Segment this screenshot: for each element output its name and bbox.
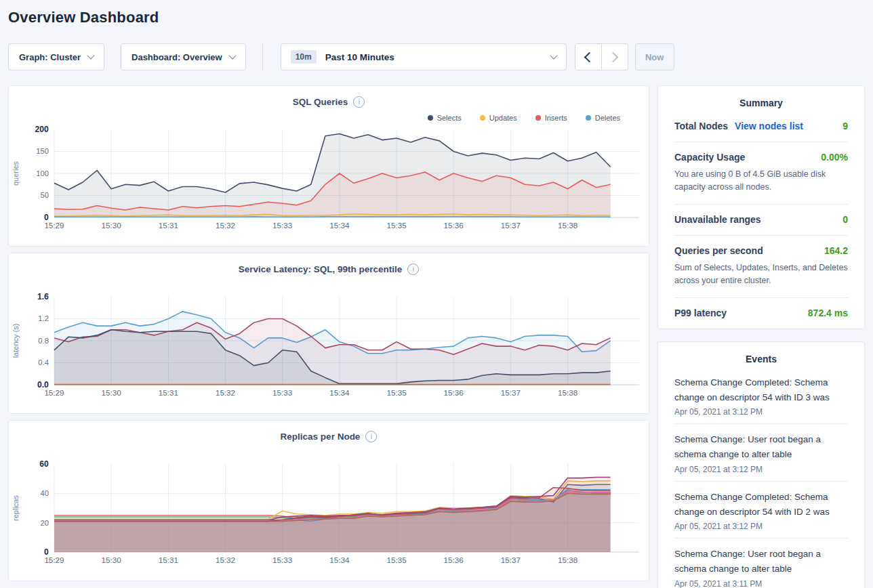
summary-rows: Total NodesView nodes list9Capacity Usag… — [674, 111, 848, 329]
svg-text:15:31: 15:31 — [159, 556, 178, 564]
event-text: Schema Change Completed: Schema change o… — [674, 490, 848, 520]
replicas-per-node-chart-plot[interactable]: 020406015:2915:3015:3115:3215:3315:3415:… — [9, 459, 649, 570]
summary-row: Total NodesView nodes list9 — [674, 111, 848, 142]
legend-label: Inserts — [545, 114, 567, 122]
legend-label: Selects — [437, 114, 462, 122]
graph-dropdown[interactable]: Graph: Cluster — [8, 43, 104, 70]
info-icon[interactable]: i — [407, 264, 419, 275]
svg-text:15:36: 15:36 — [444, 389, 464, 397]
svg-text:replicas: replicas — [12, 495, 20, 521]
summary-row: Queries per second164.2Sum of Selects, U… — [674, 236, 848, 298]
svg-text:15:32: 15:32 — [216, 556, 235, 564]
svg-text:15:38: 15:38 — [558, 222, 577, 230]
svg-text:15:34: 15:34 — [329, 556, 350, 564]
svg-text:50: 50 — [40, 192, 48, 200]
summary-row-label: Unavailable ranges — [674, 214, 761, 225]
info-icon[interactable]: i — [353, 96, 365, 108]
toolbar-divider — [262, 43, 263, 70]
event-item[interactable]: Schema Change Completed: Schema change o… — [674, 367, 848, 425]
svg-text:15:37: 15:37 — [501, 556, 521, 564]
view-nodes-list-link[interactable]: View nodes list — [735, 121, 803, 131]
svg-text:15:34: 15:34 — [329, 222, 350, 230]
chevron-left-icon — [584, 51, 595, 62]
event-item[interactable]: Schema Change Completed: Schema change o… — [674, 482, 848, 539]
svg-text:15:35: 15:35 — [386, 389, 406, 397]
summary-row-value: 9 — [842, 121, 848, 131]
svg-text:0: 0 — [44, 547, 49, 557]
summary-row-head: Queries per second164.2 — [674, 245, 848, 257]
service-latency-chart-plot[interactable]: 0.00.40.81.21.615:2915:3015:3115:3215:33… — [9, 291, 649, 402]
sql-queries-chart-plot[interactable]: 05010015020015:2915:3015:3115:3215:3315:… — [9, 124, 649, 235]
legend-item-updates[interactable]: Updates — [480, 112, 517, 123]
legend-dot — [535, 115, 541, 121]
summary-row-value: 0.00% — [821, 152, 848, 163]
svg-text:15:38: 15:38 — [558, 556, 577, 564]
legend-item-selects[interactable]: Selects — [428, 112, 462, 123]
summary-row: P99 latency872.4 ms — [674, 298, 848, 329]
svg-text:15:33: 15:33 — [272, 556, 292, 564]
events-list: Schema Change Completed: Schema change o… — [674, 367, 848, 588]
svg-text:15:30: 15:30 — [102, 556, 121, 564]
chart-legend: SelectsUpdatesInsertsDeletes — [9, 112, 649, 123]
dashboard-dropdown[interactable]: Dashboard: Overview — [121, 43, 246, 70]
time-range-badge: 10m — [291, 50, 317, 64]
summary-row-caption: Sum of Selects, Updates, Inserts, and De… — [674, 261, 848, 288]
summary-row-head: Capacity Usage0.00% — [674, 151, 848, 163]
svg-text:0.4: 0.4 — [38, 359, 49, 367]
chart-title: SQL Queries — [293, 97, 348, 107]
chart-title: Replicas per Node — [281, 432, 361, 442]
svg-text:15:31: 15:31 — [159, 389, 178, 397]
chart-svg[interactable]: 05010015020015:2915:3015:3115:3215:3315:… — [9, 124, 649, 235]
next-timespan-button[interactable] — [601, 43, 628, 70]
event-item[interactable]: Schema Change: User root began a schema … — [674, 424, 848, 482]
svg-text:0: 0 — [44, 213, 49, 222]
summary-row: Unavailable ranges0 — [674, 205, 848, 236]
summary-row-label-group: Queries per second — [674, 245, 763, 257]
event-text: Schema Change Completed: Schema change o… — [674, 375, 848, 406]
event-text: Schema Change: User root began a schema … — [674, 547, 848, 577]
chart-svg[interactable]: 020406015:2915:3015:3115:3215:3315:3415:… — [9, 459, 649, 570]
svg-text:15:37: 15:37 — [501, 222, 521, 230]
time-step-buttons — [575, 43, 628, 70]
event-timestamp: Apr 05, 2021 at 3:12 PM — [674, 407, 848, 417]
now-button[interactable]: Now — [635, 43, 674, 70]
svg-text:15:32: 15:32 — [216, 389, 235, 397]
legend-item-deletes[interactable]: Deletes — [586, 112, 620, 123]
summary-row-value: 0 — [842, 214, 848, 225]
svg-text:20: 20 — [40, 519, 48, 527]
time-range-selector[interactable]: 10m Past 10 Minutes — [281, 43, 567, 70]
chart-title-row: SQL Queries i — [9, 86, 649, 108]
svg-text:15:30: 15:30 — [102, 222, 121, 230]
chevron-down-icon — [550, 51, 557, 59]
event-text: Schema Change: User root began a schema … — [674, 432, 848, 463]
svg-text:100: 100 — [36, 169, 49, 177]
time-range-label: Past 10 Minutes — [325, 52, 394, 62]
summary-row-head: Unavailable ranges0 — [674, 213, 848, 226]
summary-row-label: Capacity Usage — [674, 152, 745, 163]
summary-title: Summary — [674, 86, 848, 111]
previous-timespan-button[interactable] — [575, 43, 602, 70]
chevron-down-icon — [228, 51, 236, 59]
svg-text:1.2: 1.2 — [38, 315, 49, 323]
toolbar: Graph: Cluster Dashboard: Overview 10m P… — [8, 43, 865, 70]
summary-row-label: P99 latency — [674, 308, 727, 318]
legend-dot — [428, 115, 433, 121]
svg-text:40: 40 — [40, 489, 48, 497]
svg-text:15:32: 15:32 — [216, 222, 235, 230]
summary-row-head: Total NodesView nodes list9 — [674, 120, 848, 132]
svg-text:60: 60 — [39, 459, 49, 469]
summary-row-value: 164.2 — [824, 245, 848, 256]
summary-row-label: Total Nodes — [674, 121, 728, 131]
svg-text:15:34: 15:34 — [329, 389, 350, 397]
svg-text:15:29: 15:29 — [44, 389, 64, 397]
summary-row-label-group: P99 latency — [674, 307, 727, 319]
main-content: SQL Queries i SelectsUpdatesInsertsDelet… — [8, 85, 865, 588]
events-title: Events — [674, 342, 848, 367]
svg-text:1.6: 1.6 — [37, 292, 49, 301]
chart-svg[interactable]: 0.00.40.81.21.615:2915:3015:3115:3215:33… — [9, 291, 649, 402]
svg-text:15:29: 15:29 — [44, 556, 64, 564]
legend-item-inserts[interactable]: Inserts — [535, 112, 567, 123]
chevron-right-icon — [608, 51, 619, 62]
info-icon[interactable]: i — [365, 431, 377, 442]
event-item[interactable]: Schema Change: User root began a schema … — [674, 539, 848, 588]
